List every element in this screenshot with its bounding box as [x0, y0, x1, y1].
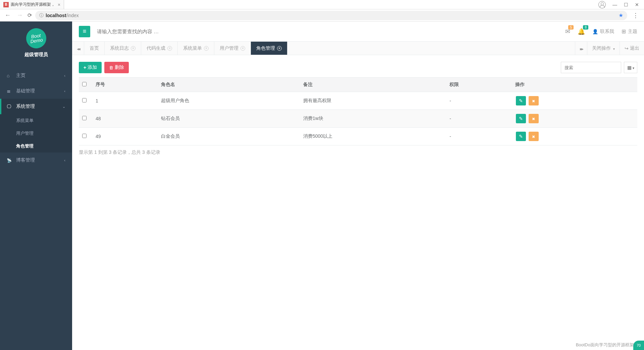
signout-icon	[625, 46, 629, 51]
columns-toggle-button[interactable]	[624, 62, 637, 73]
tab-syslog[interactable]: 系统日志×	[105, 42, 141, 55]
search-input[interactable]	[97, 29, 231, 34]
window-maximize[interactable]: ☐	[624, 2, 628, 7]
sidebar-item-blog[interactable]: 博客管理 ‹	[0, 152, 72, 168]
tab-close-icon[interactable]: ×	[204, 46, 209, 51]
times-icon	[532, 98, 535, 103]
table-row: 1 超级用户角色 拥有最高权限 -	[79, 92, 637, 110]
notif-badge: 8	[583, 25, 588, 30]
row-delete-button[interactable]	[529, 132, 539, 141]
cell-rolename: 钻石会员	[158, 110, 300, 128]
contact-link[interactable]: 联系我	[592, 29, 614, 35]
tabs-close-ops[interactable]: 关闭操作	[587, 42, 620, 55]
url-box[interactable]: ⓘ localhost/index ★	[35, 11, 627, 20]
sidebar-subitem-role[interactable]: 角色管理	[0, 140, 72, 152]
tabs-scroll-right[interactable]	[575, 42, 587, 55]
home-icon	[7, 73, 13, 78]
bookmark-star-icon[interactable]: ★	[619, 12, 623, 18]
profile-icon[interactable]	[598, 1, 606, 8]
menu-toggle-button[interactable]	[79, 26, 90, 37]
tab-label: 系统菜单	[183, 45, 202, 51]
mail-button[interactable]: 5	[565, 28, 570, 35]
browser-tab-close[interactable]: ×	[58, 2, 60, 7]
role-table: 序号 角色名 备注 权限 操作 1 超级用户角色 拥有最高权限 -	[79, 77, 637, 145]
tab-home[interactable]: 首页	[84, 42, 105, 55]
tab-label: 角色管理	[256, 45, 275, 51]
list-icon	[7, 88, 13, 94]
table-search-input[interactable]	[561, 62, 621, 73]
sidebar-subitem-user[interactable]: 用户管理	[0, 127, 72, 140]
chevron-left-icon: ‹	[64, 74, 65, 78]
browser-menu[interactable]: ⋮	[631, 12, 641, 19]
rss-icon	[7, 158, 13, 163]
tab-label: 首页	[90, 45, 99, 51]
row-edit-button[interactable]	[516, 114, 526, 123]
times-icon	[532, 116, 535, 121]
tab-sysmenu[interactable]: 系统菜单×	[178, 42, 214, 55]
row-delete-button[interactable]	[529, 96, 539, 105]
topbar: 5 8 联系我 主题	[72, 21, 644, 42]
float-badge[interactable]: 70	[633, 341, 644, 350]
tab-codegen[interactable]: 代码生成×	[141, 42, 178, 55]
double-left-icon	[77, 46, 79, 51]
tab-usermgr[interactable]: 用户管理×	[214, 42, 251, 55]
chevron-down-icon: ⌄	[62, 104, 65, 109]
tab-label: 系统日志	[110, 45, 129, 51]
cell-remark: 消费1w块	[300, 110, 446, 128]
tab-rolemgr[interactable]: 角色管理×	[251, 42, 287, 55]
select-all-checkbox[interactable]	[82, 82, 87, 86]
add-button[interactable]: 添加	[79, 62, 102, 73]
caret-down-icon	[632, 65, 634, 70]
cell-remark: 消费5000以上	[300, 128, 446, 145]
theme-link[interactable]: 主题	[622, 28, 637, 35]
tabs-scroll-left[interactable]	[72, 42, 84, 55]
header-checkbox	[79, 78, 92, 92]
window-close[interactable]: ✕	[635, 2, 639, 7]
row-delete-button[interactable]	[529, 114, 539, 123]
cell-permission: -	[446, 92, 512, 110]
window-minimize[interactable]: —	[612, 2, 617, 7]
row-checkbox[interactable]	[82, 116, 87, 120]
header-seq: 序号	[92, 78, 158, 92]
site-info-icon[interactable]: ⓘ	[39, 12, 44, 18]
table-header-row: 序号 角色名 备注 权限 操作	[79, 78, 637, 92]
sidebar-subitem-menu[interactable]: 系统菜单	[0, 114, 72, 127]
delete-button[interactable]: 删除	[104, 62, 129, 73]
nav-forward[interactable]: →	[15, 12, 24, 19]
logout-button[interactable]: 退出	[620, 42, 644, 55]
toolbar-right	[561, 62, 637, 73]
caret-down-icon	[612, 46, 615, 51]
notifications-button[interactable]: 8	[578, 28, 585, 35]
browser-tab[interactable]: B 面向学习型的开源框架， ×	[0, 0, 64, 9]
tab-label: 代码生成	[147, 45, 165, 51]
sidebar-item-home[interactable]: 主页 ‹	[0, 68, 72, 83]
row-edit-button[interactable]	[516, 96, 526, 105]
tab-close-icon[interactable]: ×	[240, 46, 245, 51]
header-ops: 操作	[512, 78, 637, 92]
mail-badge: 5	[568, 25, 574, 30]
tab-close-icon[interactable]: ×	[277, 46, 282, 51]
row-edit-button[interactable]	[516, 132, 526, 141]
add-label: 添加	[88, 64, 97, 71]
browser-tab-title: 面向学习型的开源框架，	[11, 2, 55, 7]
window-controls: — ☐ ✕	[598, 1, 644, 8]
nav-reload[interactable]: ⟳	[28, 12, 32, 18]
tab-close-icon[interactable]: ×	[167, 46, 172, 51]
footer-note: BootDo面向学习型的开源框架	[576, 342, 634, 348]
desktop-icon	[7, 104, 13, 109]
user-icon	[592, 29, 598, 34]
content: 添加 删除 序号 角色名 备注 权限 操作	[72, 55, 644, 350]
cell-permission: -	[446, 110, 512, 128]
plus-icon	[84, 65, 86, 70]
sidebar-role: 超级管理员	[5, 52, 67, 58]
tab-close-icon[interactable]: ×	[131, 46, 136, 51]
cell-rolename: 白金会员	[158, 128, 300, 145]
row-checkbox[interactable]	[82, 134, 87, 138]
sidebar-item-basic[interactable]: 基础管理 ‹	[0, 83, 72, 99]
sidebar-item-system[interactable]: 系统管理 ⌄	[0, 99, 72, 114]
tabs-bar: 首页 系统日志× 代码生成× 系统菜单× 用户管理× 角色管理× 关闭操作 退出	[72, 42, 644, 55]
chevron-left-icon: ‹	[64, 158, 65, 162]
cell-rolename: 超级用户角色	[158, 92, 300, 110]
row-checkbox[interactable]	[82, 98, 87, 102]
nav-back[interactable]: ←	[3, 12, 12, 19]
